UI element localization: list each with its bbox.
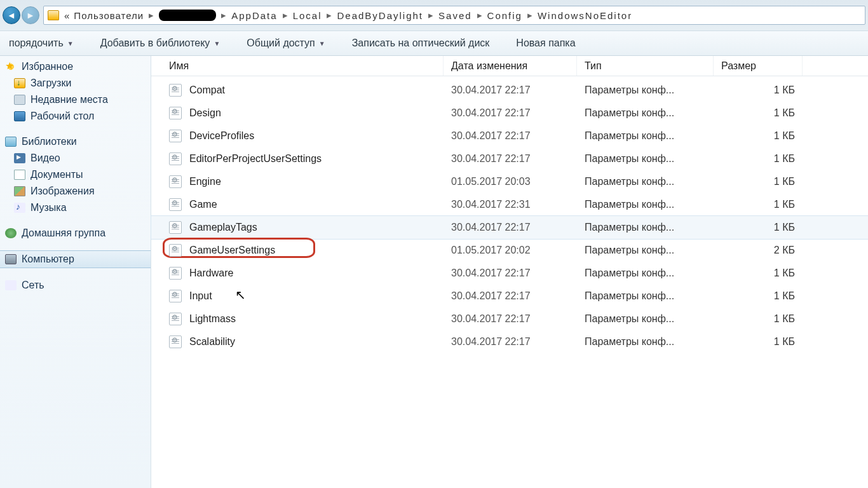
file-row[interactable]: Design30.04.2017 22:17Параметры конф...1… — [151, 102, 868, 125]
sidebar-network[interactable]: Сеть — [0, 277, 151, 294]
file-row[interactable]: Hardware30.04.2017 22:17Параметры конф..… — [151, 262, 868, 285]
file-type: Параметры конф... — [577, 245, 714, 256]
column-headers: Имя Дата изменения Тип Размер — [151, 56, 868, 76]
image-icon — [14, 186, 25, 196]
column-date[interactable]: Дата изменения — [444, 56, 577, 76]
sidebar-pictures[interactable]: Изображения — [0, 183, 151, 200]
address-bar-row: ◄ ► « Пользователи ▸ ▸ AppData ▸ Local ▸… — [0, 0, 868, 30]
column-size[interactable]: Размер — [714, 56, 803, 76]
breadcrumb-separator: ▸ — [477, 10, 482, 21]
config-file-icon — [169, 313, 182, 325]
file-type: Параметры конф... — [577, 153, 714, 165]
star-icon — [5, 62, 17, 72]
file-name: Compat — [189, 85, 225, 96]
file-name: Game — [189, 199, 217, 210]
download-icon — [14, 78, 25, 88]
config-file-icon — [169, 336, 182, 348]
sidebar-videos[interactable]: Видео — [0, 150, 151, 166]
file-list: Compat30.04.2017 22:17Параметры конф...1… — [151, 76, 868, 353]
sidebar-libraries[interactable]: Библиотеки — [0, 133, 151, 150]
breadcrumb-item[interactable]: AppData — [231, 10, 277, 21]
navigation-sidebar: Избранное Загрузки Недавние места Рабочи… — [0, 56, 151, 488]
file-name: Lightmass — [189, 313, 236, 325]
breadcrumb-separator: ▸ — [428, 10, 433, 21]
breadcrumb-prefix: « — [64, 10, 70, 21]
file-row[interactable]: GameplayTags30.04.2017 22:17Параметры ко… — [151, 216, 868, 239]
add-to-library-button[interactable]: Добавить в библиотеку▼ — [94, 34, 227, 53]
file-date: 30.04.2017 22:17 — [444, 268, 577, 279]
config-file-icon — [169, 175, 182, 188]
breadcrumb-item[interactable]: Пользователи — [74, 10, 144, 21]
sidebar-documents[interactable]: Документы — [0, 166, 151, 183]
forward-button[interactable]: ► — [22, 6, 39, 24]
music-icon — [14, 203, 25, 213]
file-size: 1 КБ — [714, 85, 803, 96]
file-name: Hardware — [189, 268, 233, 279]
file-name: GameUserSettings — [189, 245, 275, 256]
column-name[interactable]: Имя — [151, 56, 444, 76]
breadcrumb-item[interactable]: WindowsNoEditor — [538, 10, 632, 21]
new-folder-button[interactable]: Новая папка — [510, 34, 581, 53]
file-row[interactable]: Game30.04.2017 22:31Параметры конф...1 К… — [151, 193, 868, 216]
file-name: EditorPerProjectUserSettings — [189, 153, 322, 165]
file-type: Параметры конф... — [577, 313, 714, 325]
config-file-icon — [169, 152, 182, 165]
document-icon — [14, 170, 25, 180]
breadcrumb-item[interactable]: Local — [293, 10, 322, 21]
organize-button[interactable]: порядочить▼ — [3, 34, 80, 53]
config-file-icon — [169, 84, 182, 97]
sidebar-homegroup[interactable]: Домашняя группа — [0, 225, 151, 241]
share-button[interactable]: Общий доступ▼ — [240, 34, 331, 53]
file-row[interactable]: DeviceProfiles30.04.2017 22:17Параметры … — [151, 125, 868, 147]
file-name: GameplayTags — [189, 222, 257, 233]
config-file-icon — [169, 130, 182, 142]
file-date: 30.04.2017 22:17 — [444, 130, 577, 142]
breadcrumb-item[interactable]: Saved — [438, 10, 472, 21]
file-type: Параметры конф... — [577, 199, 714, 210]
breadcrumb-item[interactable]: DeadByDaylight — [337, 10, 423, 21]
file-row[interactable]: GameUserSettings01.05.2017 20:02Параметр… — [151, 239, 868, 262]
file-size: 1 КБ — [714, 313, 803, 325]
file-date: 01.05.2017 20:02 — [444, 245, 577, 256]
file-pane: Имя Дата изменения Тип Размер Compat30.0… — [151, 56, 868, 488]
explorer-window: ◄ ► « Пользователи ▸ ▸ AppData ▸ Local ▸… — [0, 0, 868, 488]
burn-button[interactable]: Записать на оптический диск — [346, 34, 496, 53]
sidebar-desktop[interactable]: Рабочий стол — [0, 108, 151, 125]
file-size: 1 КБ — [714, 176, 803, 187]
sidebar-recent[interactable]: Недавние места — [0, 92, 151, 108]
sidebar-favorites[interactable]: Избранное — [0, 58, 151, 75]
config-file-icon — [169, 198, 182, 211]
file-name: Design — [189, 107, 221, 119]
video-icon — [14, 153, 25, 163]
file-row[interactable]: Lightmass30.04.2017 22:17Параметры конф.… — [151, 308, 868, 330]
config-file-icon — [169, 244, 182, 257]
address-bar[interactable]: « Пользователи ▸ ▸ AppData ▸ Local ▸ Dea… — [43, 6, 865, 25]
sidebar-computer[interactable]: Компьютер — [0, 250, 151, 268]
file-date: 30.04.2017 22:17 — [444, 107, 577, 119]
back-button[interactable]: ◄ — [3, 6, 20, 24]
file-type: Параметры конф... — [577, 107, 714, 119]
file-type: Параметры конф... — [577, 336, 714, 348]
library-icon — [5, 137, 17, 147]
file-type: Параметры конф... — [577, 268, 714, 279]
file-type: Параметры конф... — [577, 290, 714, 302]
file-size: 1 КБ — [714, 222, 803, 233]
file-row[interactable]: Input30.04.2017 22:17Параметры конф...1 … — [151, 285, 868, 308]
breadcrumb-separator: ▸ — [527, 10, 532, 21]
sidebar-downloads[interactable]: Загрузки — [0, 75, 151, 92]
chevron-down-icon: ▼ — [67, 40, 74, 47]
network-icon — [5, 280, 17, 290]
file-row[interactable]: Compat30.04.2017 22:17Параметры конф...1… — [151, 79, 868, 102]
config-file-icon — [169, 107, 182, 119]
file-size: 1 КБ — [714, 107, 803, 119]
content-area: Избранное Загрузки Недавние места Рабочи… — [0, 56, 868, 488]
file-row[interactable]: EditorPerProjectUserSettings30.04.2017 2… — [151, 147, 868, 170]
sidebar-music[interactable]: Музыка — [0, 200, 151, 216]
file-date: 01.05.2017 20:03 — [444, 176, 577, 187]
file-date: 30.04.2017 22:31 — [444, 199, 577, 210]
file-row[interactable]: Scalability30.04.2017 22:17Параметры кон… — [151, 330, 868, 353]
file-row[interactable]: Engine01.05.2017 20:03Параметры конф...1… — [151, 170, 868, 193]
config-file-icon — [169, 267, 182, 280]
breadcrumb-item[interactable]: Config — [487, 10, 522, 21]
column-type[interactable]: Тип — [577, 56, 714, 76]
